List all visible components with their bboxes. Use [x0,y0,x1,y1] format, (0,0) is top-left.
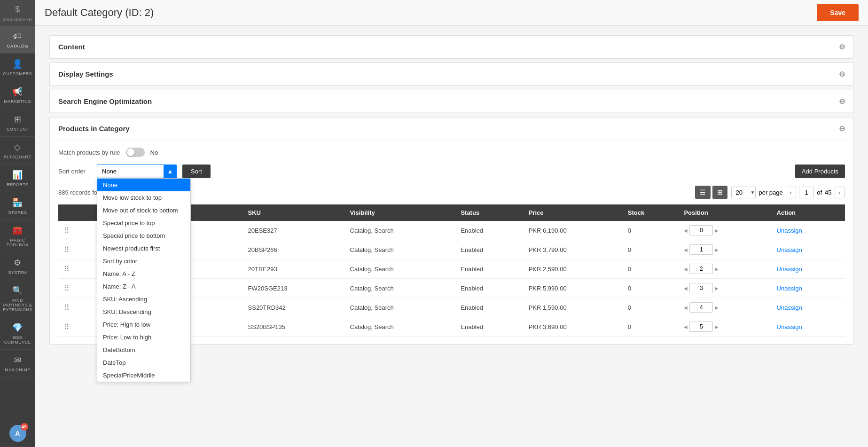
sort-option-price-low-high[interactable]: Price: Low to high [97,331,190,344]
sidebar-item-bss-commerce[interactable]: 💎 BSS COMMERCE [0,317,35,350]
cell-action: Unassign [771,240,845,259]
pos-next-arrow[interactable]: ▶ [715,324,719,329]
col-status: Status [455,204,523,221]
next-page-button[interactable]: › [835,187,845,198]
grid-view-button[interactable]: ⊞ [712,186,727,199]
unassign-link[interactable]: Unassign [777,246,802,253]
cell-stock: 0 [622,240,679,259]
pos-next-arrow[interactable]: ▶ [715,267,719,272]
page-title: Default Category (ID: 2) [45,7,154,19]
prev-page-button[interactable]: ‹ [786,187,796,198]
sidebar-item-avatar[interactable]: A 49 [0,420,35,447]
display-settings-accordion: Display Settings ⊖ [49,63,854,86]
pos-next-arrow[interactable]: ▶ [715,286,719,291]
pos-prev-arrow[interactable]: ◀ [684,305,688,310]
cell-sku: 20BSP266 [242,240,344,259]
pos-prev-arrow[interactable]: ◀ [684,286,688,291]
cell-status: Enabled [455,279,523,298]
sort-option-sku-desc[interactable]: SKU: Descending [97,306,190,318]
cell-price: PKR 3,790.00 [523,240,622,259]
drag-handle[interactable]: ⠿ [64,323,70,331]
sidebar-item-marketing[interactable]: 📢 MARKETING [0,81,35,109]
sidebar-item-magic-toolbox[interactable]: 🧰 MAGIC TOOLBOX [0,220,35,252]
position-input[interactable] [689,225,713,235]
sidebar-item-catalog[interactable]: 🏷 CATALOG [0,26,35,54]
seo-accordion-header[interactable]: Search Engine Optimization ⊖ [50,90,853,113]
pos-prev-arrow[interactable]: ◀ [684,267,688,272]
sort-option-move-low-stock[interactable]: Move low stock to top [97,191,190,204]
drag-handle[interactable]: ⠿ [64,246,70,254]
sidebar-item-dashboard[interactable]: $ DASHBOARD [0,0,35,26]
unassign-link[interactable]: Unassign [777,285,802,292]
pos-prev-arrow[interactable]: ◀ [684,247,688,252]
cell-position: ◀ ▶ [678,317,771,337]
position-input[interactable] [689,322,713,332]
sidebar-item-content[interactable]: ⊞ CONTENT [0,109,35,137]
sort-option-name-az[interactable]: Name: A - Z [97,267,190,280]
customers-icon: 👤 [12,58,23,70]
sort-option-date-bottom[interactable]: DateBottom [97,344,190,356]
content-accordion-header[interactable]: Content ⊖ [50,36,853,58]
cell-position: ◀ ▶ [678,259,771,279]
pos-prev-arrow[interactable]: ◀ [684,228,688,233]
sort-option-special-price-top[interactable]: Special price to top [97,217,190,229]
position-input[interactable] [689,302,713,313]
position-input[interactable] [689,244,713,255]
sort-option-special-price-bottom[interactable]: Special price to bottom [97,229,190,242]
unassign-link[interactable]: Unassign [777,323,802,330]
sort-dropdown-arrow[interactable]: ▲ [164,165,177,178]
sort-option-sort-by-color[interactable]: Sort by color [97,255,190,267]
sidebar-item-find-partners[interactable]: 🔍 FIND PARTNERS & EXTENSIONS [0,280,35,317]
pos-next-arrow[interactable]: ▶ [715,305,719,310]
sort-option-newest-first[interactable]: Newest products first [97,242,190,255]
sidebar-item-rltsquare[interactable]: ◇ RLTSQUARE [0,137,35,165]
match-rule-label: Match products by rule [58,149,120,156]
unassign-link[interactable]: Unassign [777,266,802,273]
unassign-link[interactable]: Unassign [777,304,802,311]
match-rule-value: No [150,149,158,156]
sidebar-item-system[interactable]: ⚙ SYSTEM [0,252,35,280]
reports-icon: 📊 [12,169,23,180]
sort-button[interactable]: Sort [182,165,211,178]
drag-handle[interactable]: ⠿ [64,227,70,235]
chevron-down-icon-display: ⊖ [839,70,845,78]
sort-option-name-za[interactable]: Name: Z - A [97,280,190,293]
sort-option-sku-asc[interactable]: SKU: Ascending [97,293,190,306]
sidebar-item-mailchimp[interactable]: ✉ MAILCHIMP [0,350,35,377]
pos-next-arrow[interactable]: ▶ [715,247,719,252]
view-toggle: ☰ ⊞ [695,186,727,199]
display-settings-accordion-header[interactable]: Display Settings ⊖ [50,63,853,86]
pos-next-arrow[interactable]: ▶ [715,228,719,233]
per-page-label: per page [759,189,782,196]
sort-option-special-price-middle[interactable]: SpecialPriceMiddle [97,369,190,382]
products-section-header[interactable]: Products in Category ⊖ [50,118,853,140]
sidebar-item-stores[interactable]: 🏪 STORES [0,192,35,220]
per-page-select[interactable]: 20 50 100 200 [731,187,756,198]
sidebar: $ DASHBOARD 🏷 CATALOG 👤 CUSTOMERS 📢 MARK… [0,0,35,447]
add-products-button[interactable]: Add Products [795,165,845,178]
save-button[interactable]: Save [817,4,859,21]
sidebar-item-reports[interactable]: 📊 REPORTS [0,165,35,192]
cell-action: Unassign [771,259,845,279]
total-pages: 45 [825,189,831,196]
cell-status: Enabled [455,221,523,240]
sort-order-row: Sort order ▲ None Move low stock to top … [58,165,845,178]
sort-option-move-out-stock[interactable]: Move out of stock to bottom [97,204,190,217]
find-partners-icon: 🔍 [12,285,23,296]
drag-cell: ⠿ [58,259,92,279]
position-input[interactable] [689,283,713,293]
sort-option-none[interactable]: None [97,179,190,191]
sort-option-date-top[interactable]: DateTop [97,356,190,369]
match-rule-toggle[interactable] [126,148,145,157]
drag-handle[interactable]: ⠿ [64,304,70,312]
unassign-link[interactable]: Unassign [777,227,802,234]
cell-sku: SS20BSP135 [242,317,344,337]
content-accordion: Content ⊖ [49,35,854,59]
list-view-button[interactable]: ☰ [695,186,711,199]
sort-option-price-high-low[interactable]: Price: High to low [97,318,190,331]
sidebar-item-customers[interactable]: 👤 CUSTOMERS [0,54,35,81]
pos-prev-arrow[interactable]: ◀ [684,324,688,329]
position-input[interactable] [689,264,713,274]
drag-handle[interactable]: ⠿ [64,265,70,273]
drag-handle[interactable]: ⠿ [64,284,70,292]
